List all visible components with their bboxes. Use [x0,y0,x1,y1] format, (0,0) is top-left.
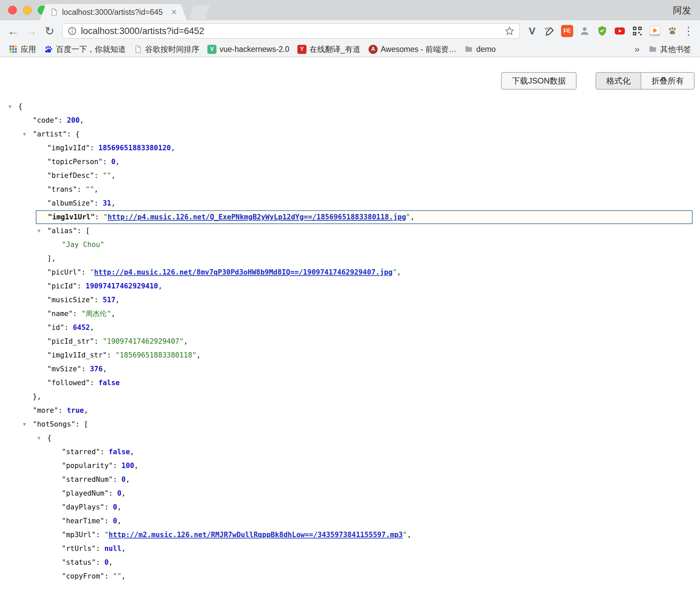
youdao-icon: Y [297,45,307,54]
minimize-window-button[interactable] [23,6,32,14]
json-token: "starred" [62,448,100,456]
json-token: : [94,199,103,207]
json-token: , [111,172,116,180]
json-url-link[interactable]: http://p4.music.126.net/8mv7qP30Pd3oHW8b… [94,268,392,276]
json-token: " [104,531,109,539]
json-line: ▼"alias": [ [0,224,700,238]
json-token: , [184,337,188,345]
browser-tab[interactable]: localhost:3000/artists?id=645 × [40,4,187,20]
profile-name: 阿发 [673,4,691,17]
other-bookmarks-folder[interactable]: 其他书签 [644,42,695,57]
shield-extension-icon[interactable] [593,22,611,40]
bookmark-label: 谷歌按时间排序 [145,44,199,55]
page-info-icon[interactable] [67,26,77,36]
collapse-toggle-icon[interactable]: ▼ [37,224,40,238]
collapse-all-button[interactable]: 折叠所有 [641,72,695,90]
back-button[interactable]: ← [4,22,22,40]
fe-extension-icon[interactable]: FE [558,22,576,40]
json-token: 0 [121,475,126,484]
collapse-toggle-icon[interactable]: ▼ [37,431,40,445]
download-json-button[interactable]: 下载JSON数据 [501,72,577,90]
youtube-extension-icon[interactable] [611,22,629,40]
json-token: , [407,531,411,539]
bookmark-baidu[interactable]: 百度一下，你就知道 [40,42,130,57]
browser-menu-icon[interactable]: ⋮ [681,22,696,40]
json-token: : [94,337,103,345]
json-token: "musicSize" [47,296,94,304]
json-token: , [90,323,94,332]
close-window-button[interactable] [8,6,17,14]
bookmark-vue-hackernews[interactable]: V vue-hackernews-2.0 [203,42,293,57]
format-button[interactable]: 格式化 [595,72,641,90]
forward-button[interactable]: → [22,22,40,40]
json-token: , [109,558,113,566]
bookmark-star-icon[interactable] [504,26,515,36]
page-icon [134,45,142,53]
address-bar[interactable]: localhost:3000/artists?id=6452 [62,23,520,39]
json-line: ], [0,252,700,266]
tab-title: localhost:3000/artists?id=645 [62,8,167,17]
json-line: "id": 6452, [0,321,700,335]
json-token: : [58,406,67,414]
json-token: : [96,531,104,539]
json-token: , [94,185,98,193]
address-url-text: localhost:3000/artists?id=6452 [81,26,204,36]
json-token: null [104,545,121,553]
json-token: "alias" [47,227,77,235]
json-token: true [67,406,84,414]
new-tab-button[interactable] [189,5,210,20]
bookmark-label: 在线翻译_有道 [310,44,360,55]
bookmark-youdao-translate[interactable]: Y 在线翻译_有道 [293,42,364,57]
json-token: : [113,462,121,470]
collapse-toggle-icon[interactable]: ▼ [8,100,11,114]
translate-pen-icon[interactable]: en [541,22,558,40]
paw-extension-icon[interactable] [664,22,681,40]
json-token: : [107,351,115,359]
json-token: , [80,116,84,124]
collapse-toggle-icon[interactable]: ▼ [23,127,26,141]
json-token: "followed" [47,379,90,387]
json-token: "more" [33,406,58,414]
json-token: 0 [111,158,116,166]
json-token: "name" [47,310,73,318]
json-token: : [100,448,109,456]
json-line: "rtUrls": null, [0,542,700,556]
json-token: 19097417462929410 [86,282,158,290]
json-token: "mp3Url" [62,531,96,539]
json-token: : [81,268,90,276]
json-token: { [18,102,23,111]
bookmark-label: 其他书签 [660,44,691,55]
json-token: "img1v1Id" [47,144,90,152]
bookmarks-bar: 应用 百度一下，你就知道 谷歌按时间排序 V vue-hackernews-2.… [0,42,700,57]
json-url-link[interactable]: http://p4.music.126.net/Q_ExePNkmgB2yWyL… [108,213,406,221]
json-line: "starred": false, [0,445,700,459]
bookmark-google-sort[interactable]: 谷歌按时间排序 [130,42,203,57]
qr-code-extension-icon[interactable] [629,22,646,40]
bookmark-apps[interactable]: 应用 [5,42,40,57]
reload-button[interactable]: ↻ [40,22,59,40]
json-token: , [158,282,163,290]
json-token: 6452 [73,323,90,332]
json-token: "trans" [47,185,77,193]
player-extension-icon[interactable]: PLAYER [646,22,664,40]
json-token: : [94,296,103,304]
json-viewer: ▼{"code": 200,▼"artist": {"img1v1Id": 18… [0,57,700,583]
json-token: "dayPlays" [62,503,104,511]
json-line: "more": true, [0,404,700,417]
tab-close-icon[interactable]: × [171,7,177,17]
bookmark-demo-folder[interactable]: demo [460,42,500,57]
collapse-toggle-icon[interactable]: ▼ [23,417,26,431]
json-line: "Jay Chou" [0,238,700,252]
json-token: "19097417462929407" [103,337,183,345]
json-line: "mp3Url": "http://m2.music.126.net/RMJR7… [0,528,700,542]
bookmark-awesomes[interactable]: A Awesomes - 前端资… [364,42,461,57]
json-token: "" [113,572,121,580]
json-line: "img1v1Id": 18569651883380120, [0,141,700,155]
person-extension-icon[interactable] [576,22,593,40]
json-token: " [392,268,397,276]
svg-text:en: en [545,26,549,30]
json-token: , [115,158,120,166]
json-url-link[interactable]: http://m2.music.126.net/RMJR7wDullRqppBk… [109,531,403,539]
v-extension-icon[interactable]: V [523,22,541,40]
bookmarks-overflow-icon[interactable]: » [630,44,644,55]
